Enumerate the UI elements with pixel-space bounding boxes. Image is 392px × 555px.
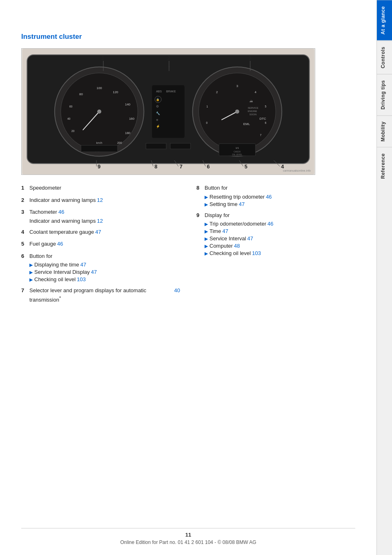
item-text: Checking oil level [34, 276, 76, 282]
item-text: Tachometer [29, 208, 57, 216]
svg-text:DTC: DTC [260, 117, 267, 121]
main-content: Instrument cluster 100 80 60 40 20 120 1… [0, 0, 376, 555]
footer-text: Online Edition for Part no. 01 41 2 601 … [21, 539, 355, 545]
item-link[interactable]: 47 [239, 201, 245, 207]
svg-text:120: 120 [113, 90, 118, 94]
item-link[interactable]: 12 [97, 196, 103, 204]
item-text: Resetting trip odometer [209, 194, 265, 200]
svg-text:1/1: 1/1 [236, 147, 239, 149]
item-number: 9 [196, 211, 205, 219]
sidebar-tab-controls[interactable]: Controls [377, 40, 392, 74]
item-link[interactable]: 46 [57, 240, 63, 248]
item-9: 9 Display for ▶ Trip odometer/odometer 4… [196, 211, 355, 257]
svg-rect-31 [170, 143, 191, 149]
item-number: 4 [21, 228, 29, 236]
item-text: Button for [29, 252, 52, 260]
arrow-icon: ▶ [205, 229, 208, 234]
svg-text:100: 100 [96, 86, 102, 90]
svg-text:OIL LEVEL: OIL LEVEL [232, 154, 243, 156]
item-link[interactable]: 40 [174, 286, 180, 295]
item-6: 6 Button for ▶ Displaying the time 47 ▶ … [21, 252, 180, 283]
item-3: 3 Tachometer 46 Indicator and warning la… [21, 208, 180, 224]
item-link[interactable]: 47 [91, 269, 97, 275]
footer: 11 Online Edition for Part no. 01 41 2 6… [21, 528, 355, 545]
item-1: 1 Speedometer [21, 184, 180, 192]
svg-text:❄: ❄ [156, 119, 158, 121]
sub-item: ▶ Displaying the time 47 [29, 262, 180, 268]
svg-text:4: 4 [281, 163, 284, 170]
item-link[interactable]: 103 [252, 250, 261, 256]
item-number: 1 [21, 184, 29, 192]
item-number: 5 [21, 240, 29, 248]
svg-text:⚡: ⚡ [156, 124, 160, 128]
svg-rect-30 [146, 143, 166, 149]
item-link[interactable]: 47 [222, 228, 228, 234]
item-link[interactable]: 47 [95, 228, 101, 236]
item-text: Indicator and warning lamps [29, 196, 96, 204]
item-link[interactable]: 46 [58, 208, 64, 216]
svg-text:180: 180 [125, 131, 131, 135]
item-link[interactable]: 48 [234, 243, 240, 249]
sidebar-tab-mobility[interactable]: Mobility [377, 115, 392, 147]
arrow-icon: ▶ [205, 236, 208, 242]
item-5: 5 Fuel gauge 46 [21, 240, 180, 248]
svg-text:⚙: ⚙ [156, 105, 159, 108]
item-number: 8 [196, 184, 205, 192]
svg-text:2: 2 [216, 90, 218, 94]
svg-text:9: 9 [98, 163, 100, 170]
svg-point-18 [97, 110, 101, 114]
item-text: Button for [205, 184, 227, 192]
svg-text:ENGINE: ENGINE [248, 110, 257, 112]
item-number: 7 [21, 286, 29, 295]
arrow-icon: ▶ [205, 244, 208, 249]
svg-text:2: 2 [167, 55, 170, 61]
item-link[interactable]: 12 [97, 218, 103, 224]
item-list: 1 Speedometer 2 Indicator and warning la… [21, 184, 355, 308]
item-link[interactable]: 103 [77, 276, 86, 282]
svg-text:80: 80 [79, 92, 83, 96]
svg-text:60: 60 [69, 105, 73, 108]
item-7: 7 Selector lever and program displays fo… [21, 286, 180, 304]
svg-text:1: 1 [206, 105, 208, 108]
svg-text:20: 20 [71, 130, 75, 132]
item-text: Fuel gauge [29, 240, 56, 248]
sidebar-tab-driving-tips[interactable]: Driving tips [377, 74, 392, 115]
svg-rect-20 [81, 145, 117, 152]
svg-text:1: 1 [101, 55, 104, 61]
arrow-icon: ▶ [29, 262, 33, 268]
arrow-icon: ▶ [205, 202, 208, 207]
item-text: Selector lever and program displays for … [29, 286, 173, 304]
item-link[interactable]: 46 [267, 221, 273, 227]
svg-text:200: 200 [117, 141, 122, 144]
svg-text:6: 6 [265, 121, 267, 124]
arrow-icon: ▶ [205, 195, 208, 200]
cluster-image: 100 80 60 40 20 120 140 160 180 200 220 … [21, 48, 315, 175]
item-link[interactable]: 47 [80, 262, 86, 268]
sub-item: ▶ Checking oil level 103 [205, 250, 355, 256]
item-number: 6 [21, 252, 29, 260]
svg-text:5: 5 [245, 163, 247, 170]
svg-text:EML: EML [243, 122, 250, 126]
sidebar-tab-reference[interactable]: Reference [377, 147, 392, 185]
item-number: 2 [21, 196, 29, 204]
item-number: 3 [21, 208, 29, 216]
sub-item: ▶ Checking oil level 103 [29, 276, 180, 282]
item-link[interactable]: 46 [266, 194, 272, 200]
item-text: Trip odometer/odometer [209, 221, 266, 227]
svg-text:40: 40 [67, 117, 71, 120]
arrow-icon: ▶ [29, 270, 33, 275]
sub-item: ▶ Resetting trip odometer 46 [205, 194, 355, 200]
svg-text:4: 4 [254, 90, 256, 94]
svg-text:7: 7 [180, 163, 183, 170]
svg-text:🔒: 🔒 [156, 98, 160, 101]
svg-text:5: 5 [265, 105, 267, 108]
svg-text:140: 140 [125, 103, 131, 106]
item-text: Computer [209, 243, 233, 249]
svg-text:7: 7 [260, 134, 262, 137]
item-link[interactable]: 47 [247, 235, 253, 242]
item-8: 8 Button for ▶ Resetting trip odometer 4… [196, 184, 355, 207]
sidebar-tab-at-a-glance[interactable]: At a glance [377, 0, 392, 40]
sub-item: ▶ Setting time 47 [205, 201, 355, 207]
svg-text:🔧: 🔧 [156, 111, 160, 115]
cluster-diagram: 100 80 60 40 20 120 140 160 180 200 220 … [22, 49, 315, 175]
